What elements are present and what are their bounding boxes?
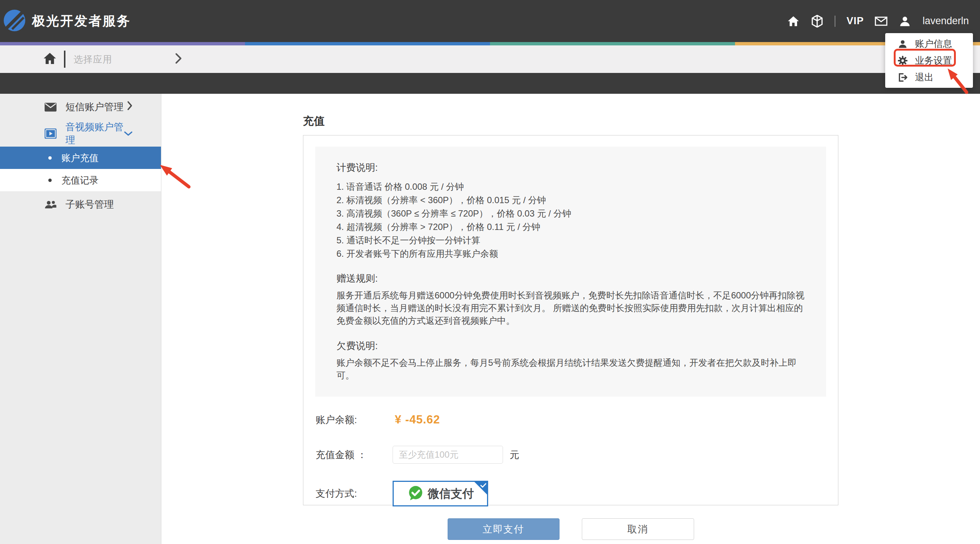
chevron-right-icon — [127, 101, 133, 113]
sms-envelope-icon — [45, 103, 57, 112]
sidebar-item-sms-account[interactable]: 短信账户管理 — [0, 94, 161, 120]
billing-item: 2. 标清视频（分辨率 < 360P），价格 0.015 元 / 分钟 — [336, 193, 805, 207]
logout-icon — [897, 73, 908, 82]
sidebar-item-label: 短信账户管理 — [65, 101, 123, 113]
billing-item: 3. 高清视频（360P ≤ 分辨率 ≤ 720P），价格 0.03 元 / 分… — [336, 207, 805, 220]
bullet-icon — [48, 156, 52, 160]
menu-item-logout[interactable]: 退出 — [885, 69, 973, 86]
chevron-right-icon[interactable] — [175, 53, 182, 65]
recharge-panel: 计费说明: 1. 语音通话 价格 0.008 元 / 分钟 2. 标清视频（分辨… — [303, 135, 838, 505]
header-divider — [835, 16, 835, 27]
bullet-icon — [48, 179, 52, 182]
billing-item: 5. 通话时长不足一分钟按一分钟计算 — [336, 234, 805, 247]
appbar-divider — [64, 51, 65, 68]
payment-label: 支付方式: — [316, 487, 383, 500]
brand-link[interactable]: 极光开发者服务 — [3, 9, 131, 34]
secondary-dark-bar — [0, 73, 980, 94]
page-title: 充值 — [303, 114, 980, 129]
sidebar-subitem-recharge-records[interactable]: 充值记录 — [0, 169, 161, 191]
amount-input[interactable] — [393, 446, 503, 464]
user-icon[interactable] — [899, 15, 911, 27]
menu-item-account-info[interactable]: 账户信息 — [885, 35, 973, 52]
billing-item: 1. 语音通话 价格 0.008 元 / 分钟 — [336, 180, 805, 193]
users-icon — [45, 200, 57, 209]
user-icon — [897, 39, 908, 49]
main-content: 充值 计费说明: 1. 语音通话 价格 0.008 元 / 分钟 2. 标清视频… — [161, 94, 980, 544]
check-icon — [480, 483, 486, 489]
gear-icon — [897, 56, 908, 66]
gift-rules-title: 赠送规则: — [336, 273, 805, 284]
sidebar-item-label: 子账号管理 — [65, 198, 114, 211]
vip-link[interactable]: VIP — [846, 15, 864, 27]
sidebar-item-label: 音视频账户管理 — [65, 121, 124, 147]
arrears-text: 账户余额不足不会马上停止服务，每月5号前系统会根据月结统计结果发送欠费提醒通知，… — [336, 356, 805, 382]
chevron-down-icon — [124, 128, 133, 139]
accent-strip — [0, 42, 980, 45]
brand-title: 极光开发者服务 — [32, 12, 131, 30]
sidebar-item-label: 账户充值 — [61, 152, 99, 164]
wechat-logo-icon — [407, 485, 424, 503]
amount-unit: 元 — [510, 448, 519, 461]
jiguang-logo-icon — [3, 9, 26, 34]
sidebar-subitem-account-recharge[interactable]: 账户充值 — [0, 147, 161, 169]
billing-item: 4. 超清视频（分辨率 > 720P），价格 0.11 元 / 分钟 — [336, 220, 805, 234]
app-select-bar: 选择应用 — [0, 45, 980, 73]
mail-icon[interactable] — [875, 15, 888, 27]
sidebar-item-subaccount[interactable]: 子账号管理 — [0, 191, 161, 218]
amount-label: 充值金额 ： — [316, 448, 383, 461]
menu-item-business-settings[interactable]: 业务设置 — [885, 52, 973, 69]
arrears-title: 欠费说明: — [336, 340, 805, 351]
wechat-pay-label: 微信支付 — [428, 486, 474, 502]
top-header: 极光开发者服务 VIP lavenderln — [0, 0, 980, 42]
pay-now-button[interactable]: 立即支付 — [448, 518, 560, 540]
billing-list: 1. 语音通话 价格 0.008 元 / 分钟 2. 标清视频（分辨率 < 36… — [336, 180, 805, 260]
billing-item: 6. 开发者账号下的所有应用共享账户余额 — [336, 247, 805, 260]
balance-label: 账户余额: — [316, 413, 383, 426]
menu-item-label: 业务设置 — [915, 54, 952, 67]
cancel-button[interactable]: 取消 — [582, 518, 694, 540]
video-icon — [45, 128, 57, 139]
billing-infobox: 计费说明: 1. 语音通话 价格 0.008 元 / 分钟 2. 标清视频（分辨… — [315, 147, 826, 397]
username[interactable]: lavenderln — [923, 15, 969, 27]
menu-item-label: 退出 — [915, 71, 934, 83]
balance-value: ¥ -45.62 — [395, 413, 440, 426]
billing-title: 计费说明: — [336, 162, 805, 173]
sidebar-item-av-account[interactable]: 音视频账户管理 — [0, 120, 161, 147]
gift-rules-text: 服务开通后系统每月赠送6000分钟免费使用时长到音视频账户，免费时长先扣除语音通… — [336, 289, 805, 327]
app-selector[interactable]: 选择应用 — [73, 53, 112, 65]
user-dropdown-menu: 账户信息 业务设置 退出 — [885, 33, 973, 88]
home-icon[interactable] — [43, 52, 57, 66]
products-cube-icon[interactable] — [811, 15, 824, 27]
menu-item-label: 账户信息 — [915, 38, 952, 50]
home-icon[interactable] — [787, 15, 800, 27]
sidebar: 短信账户管理 音视频账户管理 账户充值 充值记录 子账号管理 — [0, 94, 161, 544]
sidebar-item-label: 充值记录 — [61, 174, 99, 187]
wechat-pay-option[interactable]: 微信支付 — [393, 481, 488, 506]
